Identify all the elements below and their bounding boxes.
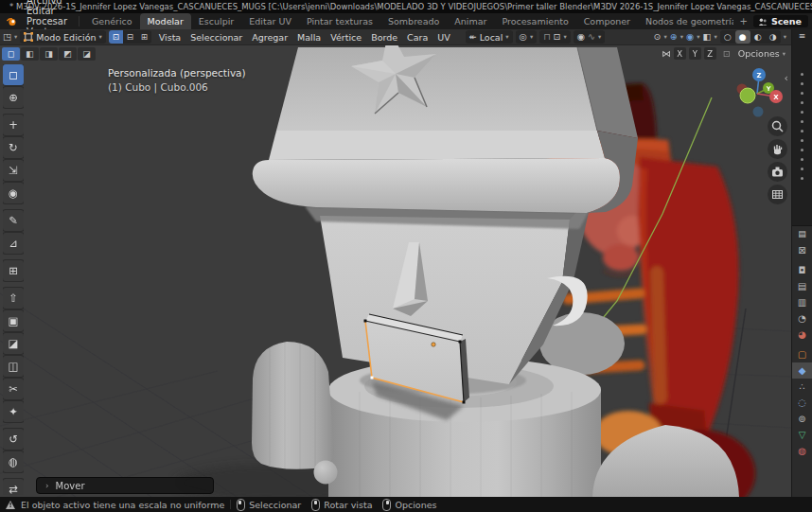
face-center-dot[interactable]	[432, 343, 435, 346]
viewport-menu-item[interactable]: Borde	[366, 32, 402, 43]
tool-annotate[interactable]: ✎	[3, 210, 24, 231]
select-mode-subtract[interactable]: ◨	[40, 47, 58, 61]
outliner-object-dot[interactable]	[801, 168, 803, 170]
shading-wireframe[interactable]: ○	[720, 30, 735, 44]
outliner-object-dot[interactable]	[801, 139, 803, 142]
add-workspace-button[interactable]: +	[733, 16, 752, 26]
active-vertex[interactable]	[371, 377, 374, 380]
select-mode-invert[interactable]: ◩	[59, 47, 77, 61]
material-tab[interactable]: ◍	[792, 443, 812, 459]
workspace-tab[interactable]: Editar UV	[241, 13, 299, 29]
magnet-icon[interactable]: ⊓	[543, 32, 550, 42]
snap-controls[interactable]: ⊓ ⊡ ▾	[539, 30, 571, 44]
outliner-icon[interactable]: ≡	[799, 31, 806, 41]
transform-orientation-dropdown[interactable]: ↞ Local ▾	[466, 30, 513, 44]
tool-move[interactable]: +	[3, 115, 24, 135]
select-mode-intersect[interactable]: ◪	[78, 47, 96, 61]
outliner-editor[interactable]: ≡	[792, 29, 812, 225]
menu-item[interactable]: Procesar	[20, 16, 74, 26]
scene-tab[interactable]: ◔	[792, 310, 812, 327]
workspace-tab[interactable]: Esculpir	[191, 13, 241, 29]
particles-tab[interactable]: ∴	[792, 379, 812, 395]
viewport-menu-item[interactable]: Vista	[154, 32, 185, 43]
tool-bevel[interactable]: ◪	[3, 333, 24, 354]
select-mode-extend[interactable]: ◧	[21, 47, 39, 61]
camera-view-button[interactable]	[768, 162, 787, 182]
blender-menu-icon[interactable]	[7, 16, 17, 26]
tool-select-box[interactable]: ◻	[3, 64, 24, 85]
viewport-menu-item[interactable]: Cara	[402, 32, 432, 43]
snap-vertex-icon[interactable]: ⊡	[723, 49, 731, 59]
editor-type-icon[interactable]: ◳	[3, 32, 11, 42]
sidebar-collapse-arrow[interactable]: ‹	[785, 72, 788, 84]
axis-minus-y-ball[interactable]	[740, 88, 755, 103]
mode-dropdown[interactable]: Modo Edición ▾	[20, 30, 106, 44]
shading-solid[interactable]: ●	[735, 30, 750, 44]
workspace-tab[interactable]: Genérico	[84, 13, 140, 29]
outliner-object-dot[interactable]	[801, 158, 803, 161]
mirror-icon[interactable]: ⋈	[662, 49, 671, 59]
tool-transform[interactable]: ◉	[3, 183, 24, 203]
modifiers-tab[interactable]: ◆	[792, 362, 812, 379]
viewport-menu-item[interactable]: Malla	[292, 32, 326, 43]
perspective-toggle-button[interactable]	[768, 185, 787, 204]
viewport-menu-item[interactable]: Seleccionar	[185, 32, 247, 43]
tool-smooth[interactable]: ◍	[3, 451, 24, 472]
menu-item[interactable]: Editar	[20, 6, 74, 16]
face-select-mode[interactable]: ⊞	[137, 30, 151, 44]
tool-loop-cut[interactable]: ◫	[3, 356, 24, 377]
proportional-icon[interactable]: ◉	[577, 32, 585, 42]
workspace-tab[interactable]: Nodos de geometría	[638, 13, 733, 29]
outliner-object-dot[interactable]	[801, 120, 803, 123]
render-tab[interactable]: ◘	[792, 262, 812, 278]
shading-material[interactable]: ◐	[750, 30, 766, 44]
world-tab[interactable]: ◕	[792, 327, 812, 343]
edge-select-mode[interactable]: ⊟	[123, 30, 137, 44]
tool-rotate[interactable]: ↻	[3, 137, 24, 158]
outliner-object-dot[interactable]	[801, 82, 803, 85]
workspace-tab[interactable]: Pintar texturas	[299, 13, 380, 29]
visibility-icon[interactable]: ⊙	[653, 32, 661, 42]
tool-tab[interactable]: ⊠	[792, 242, 812, 258]
tool-add-cube[interactable]: ⊞	[3, 260, 24, 281]
workspace-tab[interactable]: Componer	[576, 13, 638, 29]
viewport-menu-item[interactable]: Vértice	[326, 32, 366, 43]
outliner-object-dot[interactable]	[801, 92, 803, 95]
properties-editor[interactable]: ▤ ⊠ ◘ ▤	[792, 225, 812, 497]
tool-inset-faces[interactable]: ▣	[3, 310, 24, 331]
output-tab[interactable]: ▤	[792, 278, 812, 294]
overlays-toggle-icon[interactable]: ◉	[686, 32, 694, 42]
workspace-tab[interactable]: Modelar	[140, 13, 191, 29]
vertex-select-mode[interactable]: ⊡	[109, 30, 123, 44]
tool-spin[interactable]: ↺	[3, 429, 24, 450]
viewport-menu-item[interactable]: Agregar	[247, 32, 292, 43]
gizmos-toggle-icon[interactable]: ⊕	[670, 32, 678, 42]
outliner-object-dot[interactable]	[801, 130, 803, 132]
scene-selector[interactable]: Scene	[753, 15, 808, 27]
outliner-object-dot[interactable]	[801, 111, 803, 114]
select-mode-new[interactable]: ◻	[2, 47, 20, 61]
outliner-object-dot[interactable]	[801, 73, 803, 76]
mirror-y-toggle[interactable]: Y	[689, 47, 701, 60]
tool-edge-slide[interactable]: ⇄	[3, 479, 24, 495]
workspace-tab[interactable]: Procesamiento	[494, 13, 575, 29]
viewport-3d[interactable]: ◻◧◨◩◪ ⋈ X Y Z ⊡ Opciones ▾ ◻	[0, 45, 791, 497]
zoom-button[interactable]	[768, 116, 787, 136]
xray-toggle-icon[interactable]: ◧	[702, 32, 711, 42]
outliner-object-dot[interactable]	[801, 101, 803, 104]
workspace-tab[interactable]: Animar	[447, 13, 494, 29]
axis-minus-z-ball[interactable]	[753, 107, 764, 117]
constraints-tab[interactable]: ⊚	[792, 411, 812, 427]
pan-button[interactable]	[768, 139, 787, 159]
outliner-object-dot[interactable]	[801, 149, 803, 151]
mirror-z-toggle[interactable]: Z	[704, 47, 716, 60]
mirror-x-toggle[interactable]: X	[674, 47, 686, 60]
object-tab[interactable]: ▢	[792, 346, 812, 362]
navigation-gizmo[interactable]: Z Y X	[729, 59, 789, 119]
workspace-tab[interactable]: Sombreado	[380, 13, 447, 29]
viewport-menu-item[interactable]: UV	[432, 32, 454, 43]
pivot-point-dropdown[interactable]: ◎ ▾	[516, 30, 538, 44]
tool-knife[interactable]: ✂	[3, 379, 24, 399]
tool-scale[interactable]: ⇲	[3, 160, 24, 181]
physics-tab[interactable]: ◌	[792, 395, 812, 411]
